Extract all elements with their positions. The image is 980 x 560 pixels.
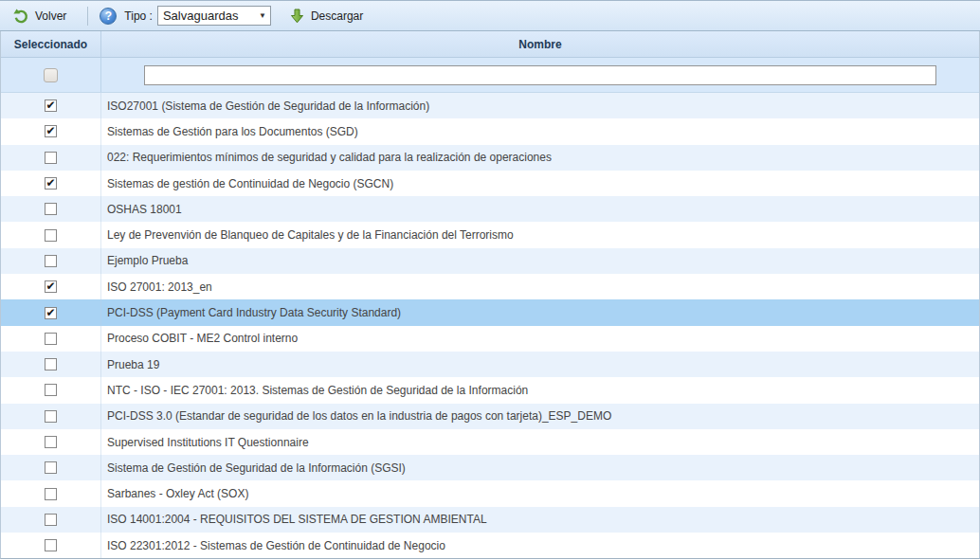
row-checkbox-cell [1, 429, 101, 455]
table-row[interactable]: ISO 14001:2004 - REQUISITOS DEL SISTEMA … [1, 507, 979, 533]
table-body: ✔ ISO27001 (Sistema de Gestión de Seguri… [1, 93, 979, 558]
row-checkbox[interactable] [45, 255, 57, 267]
row-name: Proceso COBIT - ME2 Control interno [101, 326, 979, 352]
volver-label: Volver [35, 9, 66, 23]
volver-button[interactable]: Volver [6, 6, 74, 27]
table-row[interactable]: Supervised Institutions IT Questionnaire [1, 429, 979, 455]
descargar-label: Descargar [311, 9, 363, 23]
row-name: Sarbanes - Oxley Act (SOX) [101, 480, 979, 506]
help-glyph: ? [105, 9, 112, 23]
table-row[interactable]: Sarbanes - Oxley Act (SOX) [1, 480, 979, 506]
name-filter-input[interactable] [144, 65, 936, 85]
row-name: PCI-DSS 3.0 (Estandar de seguridad de lo… [101, 404, 979, 429]
select-all-checkbox[interactable] [44, 68, 58, 82]
row-checkbox-cell [1, 145, 101, 171]
row-checkbox[interactable] [45, 488, 57, 500]
row-checkbox-cell [1, 352, 101, 377]
table-row[interactable]: NTC - ISO - IEC 27001: 2013. Sistemas de… [1, 377, 979, 403]
filter-checkbox-cell [1, 58, 101, 92]
row-checkbox-cell [1, 507, 101, 533]
row-checkbox-cell [1, 377, 101, 403]
toolbar: Volver ? Tipo : Salvaguardas ▼ Descargar [0, 0, 980, 31]
filter-row [1, 58, 979, 93]
column-header-nombre[interactable]: Nombre [101, 31, 979, 57]
row-checkbox-cell: ✔ [1, 171, 101, 196]
row-name: OSHAS 18001 [101, 196, 979, 222]
row-checkbox[interactable] [45, 384, 57, 396]
chevron-down-icon: ▼ [259, 11, 266, 20]
row-name: Ley de Prevenvión de Blanqueo de Capital… [101, 222, 979, 247]
table-row[interactable]: ✔ Sistemas de gestión de Continuidad de … [1, 171, 979, 196]
table-row[interactable]: PCI-DSS 3.0 (Estandar de seguridad de lo… [1, 404, 979, 429]
row-name: 022: Requerimientos mínimos de seguridad… [101, 145, 979, 171]
tipo-select-value: Salvaguardas [163, 9, 239, 23]
row-name: ISO27001 (Sistema de Gestión de Segurida… [101, 93, 979, 118]
row-checkbox[interactable]: ✔ [45, 99, 57, 112]
row-checkbox[interactable] [45, 436, 57, 448]
row-name: Sistema de Gestión de Seguridad de la In… [101, 455, 979, 480]
table-row[interactable]: ✔ PCI-DSS (Payment Card Industry Data Se… [1, 299, 979, 325]
row-checkbox[interactable] [45, 333, 57, 345]
row-name: Sistemas de gestión de Continuidad de Ne… [101, 171, 979, 196]
download-arrow-icon [290, 9, 304, 24]
table-row[interactable]: ✔ ISO 27001: 2013_en [1, 274, 979, 299]
filter-input-cell [101, 58, 979, 92]
table-row[interactable]: ✔ ISO27001 (Sistema de Gestión de Seguri… [1, 93, 979, 118]
row-checkbox[interactable]: ✔ [45, 125, 57, 137]
table-row[interactable]: Prueba 19 [1, 352, 979, 377]
row-checkbox[interactable] [45, 410, 57, 423]
row-name: PCI-DSS (Payment Card Industry Data Secu… [101, 299, 979, 325]
row-name: NTC - ISO - IEC 27001: 2013. Sistemas de… [101, 377, 979, 403]
row-name: ISO 22301:2012 - Sistemas de Gestión de … [101, 533, 979, 558]
row-checkbox[interactable] [45, 514, 57, 526]
row-checkbox-cell [1, 248, 101, 274]
row-name: Prueba 19 [101, 352, 979, 377]
row-checkbox[interactable]: ✔ [45, 280, 57, 293]
grid-header: Seleccionado Nombre [1, 31, 979, 58]
row-checkbox-cell [1, 222, 101, 247]
row-checkbox-cell [1, 404, 101, 429]
row-checkbox[interactable] [45, 203, 57, 215]
row-checkbox[interactable]: ✔ [45, 307, 57, 319]
row-checkbox[interactable] [45, 152, 57, 164]
row-name: Sistemas de Gestión para los Documentos … [101, 118, 979, 144]
row-checkbox-cell [1, 533, 101, 558]
tipo-select[interactable]: Salvaguardas ▼ [157, 6, 271, 26]
row-checkbox-cell [1, 455, 101, 480]
row-name: Ejemplo Prueba [101, 248, 979, 274]
row-name: ISO 27001: 2013_en [101, 274, 979, 299]
table-row[interactable]: Sistema de Gestión de Seguridad de la In… [1, 455, 979, 480]
row-checkbox-cell: ✔ [1, 118, 101, 144]
row-checkbox-cell: ✔ [1, 93, 101, 118]
row-checkbox-cell [1, 480, 101, 506]
descargar-button[interactable]: Descargar [282, 6, 371, 27]
tipo-label: Tipo : [124, 9, 153, 23]
row-checkbox[interactable] [45, 539, 57, 551]
row-checkbox-cell [1, 326, 101, 352]
row-checkbox-cell: ✔ [1, 299, 101, 325]
table-row[interactable]: 022: Requerimientos mínimos de seguridad… [1, 145, 979, 171]
row-checkbox[interactable] [45, 461, 57, 474]
table-row[interactable]: Ejemplo Prueba [1, 248, 979, 274]
row-name: ISO 14001:2004 - REQUISITOS DEL SISTEMA … [101, 507, 979, 533]
help-icon[interactable]: ? [100, 8, 117, 25]
table-row[interactable]: ✔ Sistemas de Gestión para los Documento… [1, 118, 979, 144]
standards-grid: Seleccionado Nombre ✔ ISO27001 (Sistema … [0, 31, 980, 559]
back-arrow-icon [13, 9, 28, 24]
table-row[interactable]: Proceso COBIT - ME2 Control interno [1, 326, 979, 352]
row-checkbox-cell: ✔ [1, 274, 101, 299]
table-row[interactable]: OSHAS 18001 [1, 196, 979, 222]
column-header-seleccionado[interactable]: Seleccionado [1, 31, 101, 57]
row-name: Supervised Institutions IT Questionnaire [101, 429, 979, 455]
table-row[interactable]: ISO 22301:2012 - Sistemas de Gestión de … [1, 533, 979, 558]
toolbar-separator [87, 7, 88, 26]
row-checkbox[interactable] [45, 358, 57, 370]
row-checkbox[interactable] [45, 229, 57, 242]
row-checkbox-cell [1, 196, 101, 222]
table-row[interactable]: Ley de Prevenvión de Blanqueo de Capital… [1, 222, 979, 247]
row-checkbox[interactable]: ✔ [45, 177, 57, 190]
